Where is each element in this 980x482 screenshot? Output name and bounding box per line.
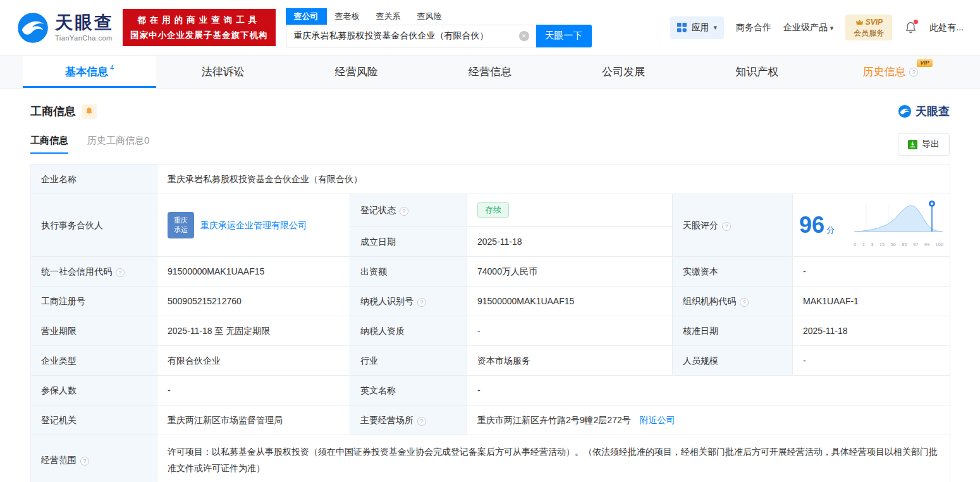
promo-banner: 都在用的商业查询工具 国家中小企业发展子基金旗下机构: [123, 9, 276, 46]
grid-icon: [677, 23, 687, 32]
subtab-history-business-info[interactable]: 历史工商信息0: [87, 135, 149, 154]
table-row: 营业期限 2025-11-18 至 无固定期限 纳税人资质 - 核准日期 202…: [31, 316, 950, 346]
svip-label: SVIP: [866, 17, 883, 27]
score-number: 96: [799, 214, 824, 237]
field-value-english-name: -: [467, 376, 950, 405]
search-tab-risk[interactable]: 查风险: [409, 8, 450, 25]
score-unit: 分: [826, 224, 835, 237]
field-label-taxpayer-id: 纳税人识别号?: [350, 287, 467, 316]
search-tab-boss[interactable]: 查老板: [327, 8, 368, 25]
field-value-company-type: 有限合伙企业: [157, 346, 350, 376]
export-button[interactable]: 导出: [898, 133, 950, 156]
field-value-business-term: 2025-11-18 至 无固定期限: [157, 316, 350, 346]
search-tab-relation[interactable]: 查关系: [368, 8, 409, 25]
business-info-table: 企业名称 重庆承岩私募股权投资基金合伙企业（有限合伙） 执行事务合伙人 重庆承运…: [30, 164, 950, 482]
apps-menu-button[interactable]: 应用 ▾: [670, 16, 724, 39]
field-label-business-term: 营业期限: [31, 316, 157, 346]
field-label-english-name: 英文名称: [350, 376, 467, 405]
help-icon[interactable]: ?: [116, 268, 125, 277]
apps-menu-label: 应用: [691, 22, 709, 34]
table-row: 统一社会信用代码? 91500000MAK1UAAF15 出资额 74000万人…: [31, 257, 950, 287]
field-label-insured-count: 参保人数: [31, 376, 157, 405]
table-row: 执行事务合伙人 重庆承运 重庆承运企业管理有限公司 登记状态? 存续 天眼评分?: [31, 194, 950, 227]
search-input[interactable]: [286, 31, 536, 41]
field-label-approval-date: 核准日期: [673, 316, 793, 346]
tab-basic-info-count: 4: [110, 64, 114, 71]
field-value-credit-code: 91500000MAK1UAAF15: [157, 257, 350, 287]
table-row: 登记机关 重庆两江新区市场监督管理局 主要经营场所? 重庆市两江新区卉竹路2号9…: [31, 405, 950, 435]
search-button[interactable]: 天眼一下: [536, 25, 592, 47]
table-row: 经营范围? 许可项目：以私募基金从事股权投资（须在中国证券投资基金业协会完成登记…: [31, 435, 950, 482]
help-icon[interactable]: ?: [417, 417, 426, 426]
help-icon[interactable]: ?: [417, 298, 426, 307]
field-label-company-name: 企业名称: [31, 164, 157, 194]
enterprise-products-link[interactable]: 企业级产品 ▾: [783, 22, 833, 34]
field-value-address: 重庆市两江新区卉竹路2号9幢2层272号 附近公司: [467, 405, 950, 435]
tab-operation-info[interactable]: 经营信息: [423, 56, 556, 88]
svip-member-button[interactable]: SVIP 会员服务: [845, 15, 892, 40]
section-title: 工商信息: [30, 104, 76, 119]
chevron-down-icon: ▾: [830, 24, 834, 32]
field-label-industry: 行业: [350, 346, 467, 376]
tab-company-development[interactable]: 公司发展: [557, 56, 690, 88]
field-value-approval-date: 2025-11-18: [793, 316, 950, 346]
promo-banner-line2: 国家中小企业发展子基金旗下机构: [130, 28, 268, 43]
field-label-company-type: 企业类型: [31, 346, 157, 376]
tianyancha-logo-icon: [16, 11, 49, 44]
help-icon[interactable]: ?: [909, 68, 918, 77]
tab-operation-risk[interactable]: 经营风险: [290, 56, 423, 88]
field-value-registration-number: 500905215212760: [157, 287, 350, 316]
nearby-companies-link[interactable]: 附近公司: [640, 415, 675, 425]
business-cooperation-link[interactable]: 商务合作: [736, 22, 771, 34]
help-icon[interactable]: ?: [740, 298, 749, 307]
field-value-taxpayer-id: 91500000MAK1UAAF15: [467, 287, 673, 316]
notifications-bell-button[interactable]: [904, 21, 917, 34]
search-module: 查公司 查老板 查关系 查风险 ✕ 天眼一下: [286, 8, 592, 47]
vip-badge: VIP: [917, 59, 933, 67]
field-label-capital: 出资额: [350, 257, 467, 287]
subtab-row: 工商信息 历史工商信息0 导出: [30, 133, 950, 156]
tianyancha-logo[interactable]: 天眼查 TianYanCha.com: [16, 11, 114, 44]
field-label-address: 主要经营场所?: [350, 405, 467, 435]
page: 天眼查 TianYanCha.com 都在用的商业查询工具 国家中小企业发展子基…: [0, 0, 980, 482]
user-menu[interactable]: 此处有...: [929, 22, 964, 34]
field-label-taxpayer-quality: 纳税人资质: [350, 316, 467, 346]
score-axis-labels: 0131550859799100: [854, 238, 943, 251]
subscribe-bell-button[interactable]: [82, 104, 97, 119]
tab-basic-info[interactable]: 基本信息4: [23, 56, 156, 88]
field-label-staff-size: 人员规模: [673, 346, 793, 376]
field-value-business-scope: 许可项目：以私募基金从事股权投资（须在中国证券投资基金业协会完成登记备案后方可从…: [157, 435, 950, 482]
field-value-insured-count: -: [157, 376, 350, 405]
export-icon: [908, 140, 917, 149]
help-icon[interactable]: ?: [722, 222, 731, 231]
search-tabs: 查公司 查老板 查关系 查风险: [286, 8, 592, 25]
field-value-capital: 74000万人民币: [467, 257, 673, 287]
tab-history-info[interactable]: VIP 历史信息 ?: [824, 56, 957, 88]
chevron-down-icon: ▾: [713, 23, 717, 32]
field-label-registration-number: 工商注册号: [31, 287, 157, 316]
tab-intellectual-property[interactable]: 知识产权: [690, 56, 824, 88]
logo-text-en: TianYanCha.com: [55, 34, 114, 42]
field-label-executive-partner: 执行事务合伙人: [31, 194, 157, 257]
field-value-taxpayer-quality: -: [467, 316, 673, 346]
header-right: 应用 ▾ 商务合作 企业级产品 ▾ SVIP 会员服务: [670, 15, 964, 40]
field-value-paid-capital: -: [793, 257, 950, 287]
tianyancha-logo-icon: [898, 104, 912, 118]
subtab-business-info[interactable]: 工商信息: [30, 135, 68, 154]
score-curve-icon: [854, 199, 943, 235]
company-nav-tabs: 基本信息4 法律诉讼 经营风险 经营信息 公司发展 知识产权 VIP 历史信息 …: [0, 56, 980, 89]
field-value-tianyan-score: 96 分: [793, 194, 950, 257]
status-badge: 存续: [477, 202, 509, 218]
help-icon[interactable]: ?: [80, 457, 89, 466]
tab-legal-proceedings[interactable]: 法律诉讼: [156, 56, 290, 88]
search-tab-company[interactable]: 查公司: [286, 8, 327, 25]
field-label-registration-status: 登记状态?: [350, 194, 467, 227]
field-label-tianyan-score: 天眼评分?: [673, 194, 793, 257]
help-icon[interactable]: ?: [400, 207, 408, 216]
partner-company-link[interactable]: 重庆承运企业管理有限公司: [200, 219, 307, 232]
field-value-founded-date: 2025-11-18: [467, 226, 673, 256]
score-distribution-chart: 0131550859799100: [854, 199, 943, 251]
table-row: 参保人数 - 英文名称 -: [31, 376, 950, 405]
logo-text-cn: 天眼查: [55, 14, 114, 32]
clear-search-icon[interactable]: ✕: [519, 31, 529, 41]
